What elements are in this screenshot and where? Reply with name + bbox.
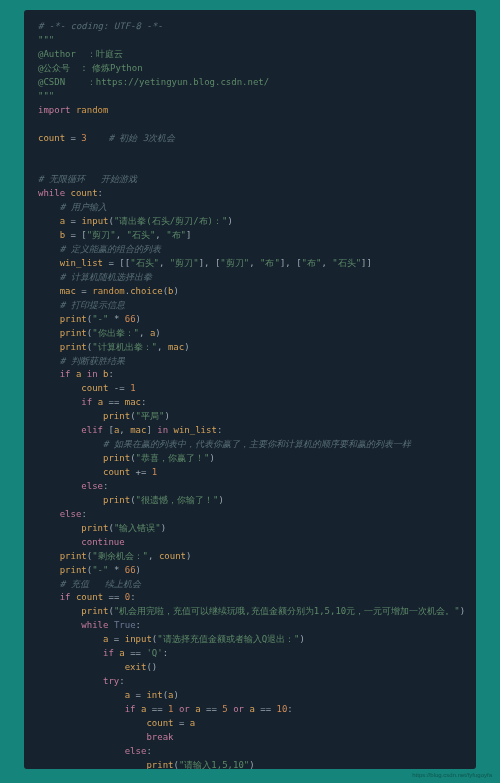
code-token: print xyxy=(60,565,87,575)
code-token xyxy=(38,453,103,463)
code-token: ) xyxy=(174,286,179,296)
code-token: count xyxy=(159,551,186,561)
code-token: : xyxy=(103,481,108,491)
code-token xyxy=(38,690,125,700)
code-token xyxy=(38,425,81,435)
code-token: "恭喜，你赢了！" xyxy=(136,453,210,463)
code-token: while xyxy=(81,620,108,630)
code-token: "石头" xyxy=(332,258,361,268)
code-token xyxy=(38,648,103,658)
code-token: "平局" xyxy=(136,411,165,421)
code-token: 'Q' xyxy=(146,648,162,658)
code-token: print xyxy=(103,411,130,421)
code-token: break xyxy=(146,732,173,742)
code-token xyxy=(38,481,81,491)
code-token: print xyxy=(60,314,87,324)
code-token: win_list xyxy=(174,425,217,435)
code-token: , xyxy=(157,342,168,352)
code-token: * xyxy=(108,314,124,324)
code-token: count xyxy=(76,592,103,602)
code-token: "机会用完啦，充值可以继续玩哦,充值金额分别为1,5,10元，一元可增加一次机会… xyxy=(114,606,460,616)
code-token: else xyxy=(81,481,103,491)
code-token: ) xyxy=(184,342,189,352)
code-token: input xyxy=(81,216,108,226)
code-token: 10 xyxy=(277,704,288,714)
code-token: = xyxy=(76,286,92,296)
code-token: mac xyxy=(130,425,146,435)
code-token: ) xyxy=(174,690,179,700)
code-token: "石头" xyxy=(126,230,155,240)
code-token: print xyxy=(60,551,87,561)
code-token xyxy=(38,634,103,644)
code-token: = [ xyxy=(65,230,87,240)
code-token: count xyxy=(81,383,108,393)
code-token: : xyxy=(287,704,292,714)
code-token: ) xyxy=(460,606,465,616)
code-token: # 用户输入 xyxy=(60,202,107,212)
code-token: print xyxy=(60,342,87,352)
code-token: "输入错误" xyxy=(114,523,161,533)
code-token: = xyxy=(65,216,81,226)
code-token: = xyxy=(130,690,146,700)
code-token: == xyxy=(103,397,125,407)
code-token xyxy=(38,704,125,714)
code-token: print xyxy=(81,523,108,533)
code-token: , xyxy=(148,551,159,561)
code-token: ) xyxy=(300,634,305,644)
code-token: if xyxy=(125,704,136,714)
code-token xyxy=(38,258,60,268)
code-token: input xyxy=(125,634,152,644)
code-token: try xyxy=(103,676,119,686)
code-token: print xyxy=(146,760,173,769)
code-token: # 初始 3次机会 xyxy=(108,133,175,143)
code-token: count xyxy=(71,188,98,198)
code-token xyxy=(38,606,81,616)
code-token: ], [ xyxy=(199,258,221,268)
code-token: exit xyxy=(125,662,147,672)
code-panel: # -*- coding: UTF-8 -*- """ @Author ：叶庭云… xyxy=(24,10,476,769)
code-token: # 如果在赢的列表中，代表你赢了，主要你和计算机的顺序要和赢的列表一样 xyxy=(103,439,411,449)
code-token: , xyxy=(116,230,127,240)
code-token: : xyxy=(136,620,141,630)
code-token: @Author ：叶庭云 xyxy=(38,49,123,59)
code-token: """ xyxy=(38,91,54,101)
code-token: ) xyxy=(227,216,232,226)
code-token: , xyxy=(159,258,170,268)
code-token: import xyxy=(38,105,71,115)
code-token: print xyxy=(103,495,130,505)
code-token xyxy=(38,565,60,575)
code-token: ) xyxy=(155,328,160,338)
code-token xyxy=(38,342,60,352)
code-token: = [[ xyxy=(103,258,130,268)
code-token: # -*- coding: UTF-8 -*- xyxy=(38,21,163,31)
code-token: == xyxy=(146,704,168,714)
code-token: = xyxy=(173,718,189,728)
code-token: int xyxy=(146,690,162,700)
code-token xyxy=(38,328,60,338)
code-token xyxy=(38,676,103,686)
code-token: if xyxy=(81,397,92,407)
code-token: "很遗憾，你输了！" xyxy=(136,495,219,505)
code-token xyxy=(38,620,81,630)
code-token: [ xyxy=(103,425,114,435)
code-token: () xyxy=(146,662,157,672)
code-token: a xyxy=(190,718,195,728)
code-token: ], [ xyxy=(280,258,302,268)
code-token: or xyxy=(179,704,190,714)
code-token: elif xyxy=(81,425,103,435)
watermark-text: https://blog.csdn.net/fyfugoyfa xyxy=(412,771,492,780)
code-token xyxy=(38,523,81,533)
code-token: 1 xyxy=(152,467,157,477)
code-token xyxy=(38,579,60,589)
code-block: # -*- coding: UTF-8 -*- """ @Author ：叶庭云… xyxy=(38,20,462,769)
code-token xyxy=(38,551,60,561)
code-token: ] xyxy=(146,425,157,435)
code-token: ) xyxy=(136,314,141,324)
code-token: , xyxy=(321,258,332,268)
code-token: random xyxy=(76,105,109,115)
code-token xyxy=(38,509,60,519)
code-token xyxy=(38,397,81,407)
code-token: "剪刀" xyxy=(87,230,116,240)
code-token: ) xyxy=(209,453,214,463)
code-token: "请选择充值金额或者输入Q退出：" xyxy=(157,634,299,644)
